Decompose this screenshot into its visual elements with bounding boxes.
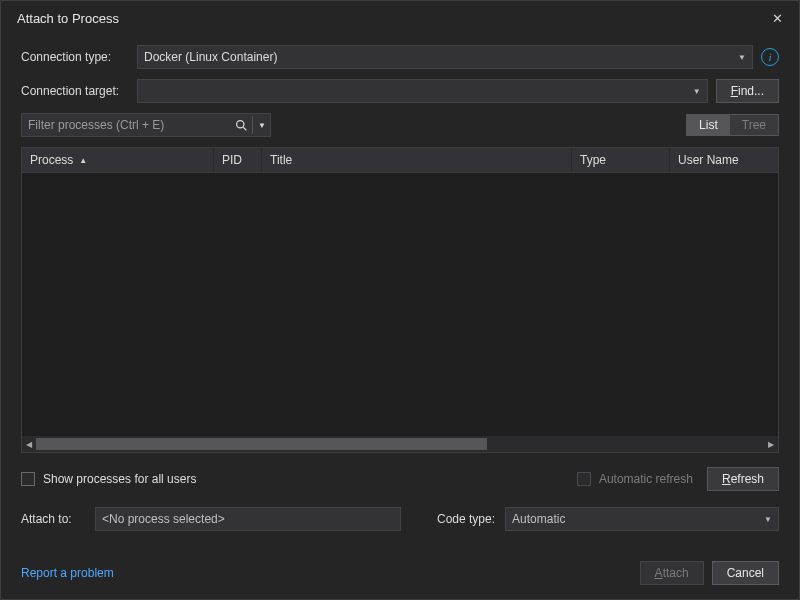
code-type-label: Code type: xyxy=(437,512,495,526)
refresh-button[interactable]: Refresh xyxy=(707,467,779,491)
bottom-row: Report a problem Attach Cancel xyxy=(21,561,779,585)
connection-type-value: Docker (Linux Container) xyxy=(144,50,277,64)
options-row: Show processes for all users Automatic r… xyxy=(21,467,779,491)
titlebar: Attach to Process ✕ xyxy=(1,1,799,35)
svg-line-1 xyxy=(243,127,246,130)
view-mode-toggle: List Tree xyxy=(686,114,779,136)
checkbox-icon xyxy=(21,472,35,486)
connection-target-label: Connection target: xyxy=(21,84,129,98)
scroll-track[interactable] xyxy=(36,438,764,450)
filter-row: Filter processes (Ctrl + E) ▼ List Tree xyxy=(21,113,779,137)
chevron-down-icon: ▼ xyxy=(693,87,701,96)
view-tree-button[interactable]: Tree xyxy=(730,115,778,135)
cancel-button[interactable]: Cancel xyxy=(712,561,779,585)
column-title[interactable]: Title xyxy=(262,148,572,172)
dialog-body: Connection type: Docker (Linux Container… xyxy=(1,35,799,599)
search-icon xyxy=(230,114,252,136)
show-all-users-checkbox[interactable]: Show processes for all users xyxy=(21,472,196,486)
checkbox-icon xyxy=(577,472,591,486)
scroll-left-icon[interactable]: ◀ xyxy=(22,436,36,452)
connection-target-row: Connection target: ▼ Find... xyxy=(21,79,779,103)
connection-type-row: Connection type: Docker (Linux Container… xyxy=(21,45,779,69)
scroll-right-icon[interactable]: ▶ xyxy=(764,436,778,452)
column-user[interactable]: User Name xyxy=(670,148,778,172)
attach-button: Attach xyxy=(640,561,704,585)
attach-row: Attach to: <No process selected> Code ty… xyxy=(21,507,779,531)
connection-type-label: Connection type: xyxy=(21,50,129,64)
info-icon[interactable]: i xyxy=(761,48,779,66)
dialog-actions: Attach Cancel xyxy=(640,561,779,585)
dialog-title: Attach to Process xyxy=(17,11,119,26)
filter-placeholder: Filter processes (Ctrl + E) xyxy=(28,118,230,132)
column-process[interactable]: Process ▲ xyxy=(22,148,214,172)
column-pid[interactable]: PID xyxy=(214,148,262,172)
attach-to-field: <No process selected> xyxy=(95,507,401,531)
code-type-dropdown[interactable]: Automatic ▼ xyxy=(505,507,779,531)
attach-to-process-dialog: Attach to Process ✕ Connection type: Doc… xyxy=(0,0,800,600)
sort-asc-icon: ▲ xyxy=(79,156,87,165)
view-list-button[interactable]: List xyxy=(687,115,730,135)
connection-target-dropdown[interactable]: ▼ xyxy=(137,79,708,103)
process-table: Process ▲ PID Title Type User Name ◀ ▶ xyxy=(21,147,779,453)
close-icon: ✕ xyxy=(772,12,783,25)
table-body-empty xyxy=(22,173,778,436)
chevron-down-icon[interactable]: ▼ xyxy=(252,116,266,134)
find-button[interactable]: Find... xyxy=(716,79,779,103)
horizontal-scrollbar[interactable]: ◀ ▶ xyxy=(22,436,778,452)
attach-to-label: Attach to: xyxy=(21,512,85,526)
chevron-down-icon: ▼ xyxy=(738,53,746,62)
filter-search-input[interactable]: Filter processes (Ctrl + E) ▼ xyxy=(21,113,271,137)
close-button[interactable]: ✕ xyxy=(763,7,791,29)
svg-point-0 xyxy=(236,120,243,127)
connection-type-dropdown[interactable]: Docker (Linux Container) ▼ xyxy=(137,45,753,69)
chevron-down-icon: ▼ xyxy=(764,515,772,524)
report-problem-link[interactable]: Report a problem xyxy=(21,566,114,580)
automatic-refresh-checkbox: Automatic refresh xyxy=(577,472,693,486)
column-type[interactable]: Type xyxy=(572,148,670,172)
scroll-thumb[interactable] xyxy=(36,438,487,450)
table-header: Process ▲ PID Title Type User Name xyxy=(22,148,778,173)
